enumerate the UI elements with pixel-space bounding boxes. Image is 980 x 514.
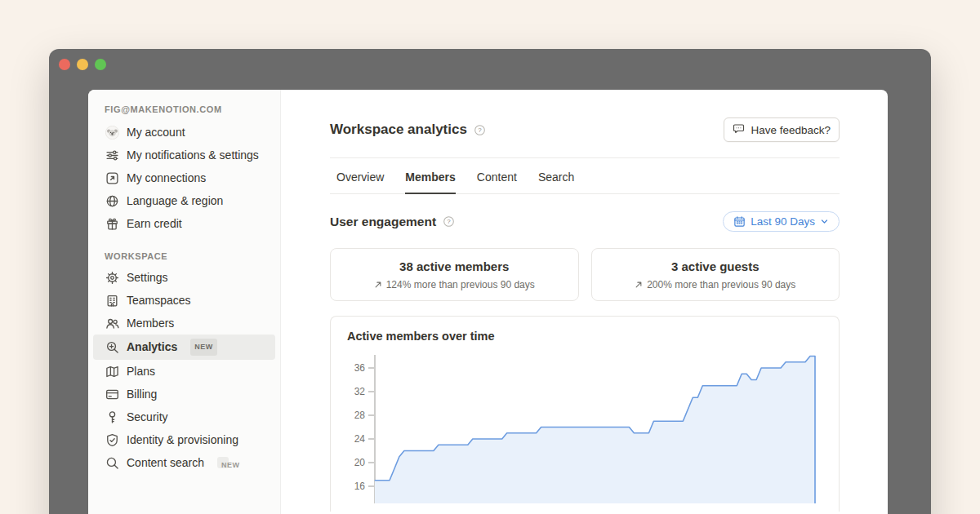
sidebar-item-label: Billing xyxy=(127,388,157,401)
stat-card-38-active-members: 38 active members124% more than previous… xyxy=(330,248,579,301)
sidebar-item-plans[interactable]: Plans xyxy=(93,360,275,383)
svg-text:?: ? xyxy=(447,218,451,225)
sidebar-item-my-account[interactable]: My account xyxy=(93,121,275,144)
sliders-icon xyxy=(105,148,119,162)
tab-members[interactable]: Members xyxy=(405,171,455,194)
sidebar-item-content-search[interactable]: Content searchNEW xyxy=(93,451,275,474)
new-badge: NEW xyxy=(190,339,217,356)
members-chart-card: Active members over time 162024283236 xyxy=(330,316,840,512)
feedback-button-label: Have feedback? xyxy=(751,124,831,136)
analytics-tabs: OverviewMembersContentSearch xyxy=(330,158,840,194)
date-range-label: Last 90 Days xyxy=(751,215,815,228)
building-icon xyxy=(105,293,119,308)
sidebar-item-label: Settings xyxy=(127,271,168,285)
tab-overview[interactable]: Overview xyxy=(336,171,384,194)
section-title: User engagement xyxy=(330,215,436,229)
stat-cards: 38 active members124% more than previous… xyxy=(330,248,840,301)
svg-text:32: 32 xyxy=(354,386,366,397)
gift-icon xyxy=(105,216,119,231)
sidebar-item-label: Security xyxy=(127,410,168,424)
sidebar-item-billing[interactable]: Billing xyxy=(93,383,275,405)
stat-value: 3 active guests xyxy=(600,259,831,273)
tab-content[interactable]: Content xyxy=(477,171,517,194)
sidebar-item-members[interactable]: Members xyxy=(93,312,275,335)
svg-text:24: 24 xyxy=(354,433,366,445)
trend-up-icon xyxy=(374,281,382,289)
stat-value: 38 active members xyxy=(339,259,570,273)
svg-text:36: 36 xyxy=(354,362,366,374)
stat-delta-text: 200% more than previous 90 days xyxy=(647,279,795,290)
zoom-window-button[interactable] xyxy=(95,59,106,70)
card-icon xyxy=(105,387,119,401)
key-icon xyxy=(105,410,119,424)
chart-title: Active members over time xyxy=(331,317,839,343)
sidebar-item-my-connections[interactable]: My connections xyxy=(93,166,275,189)
sidebar-item-label: Content search xyxy=(127,456,204,470)
account-email: FIG@MAKENOTION.COM xyxy=(88,93,280,121)
map-icon xyxy=(105,364,119,379)
magnifier-icon xyxy=(105,455,119,470)
workspace-nav: SettingsTeamspacesMembersAnalyticsNEWPla… xyxy=(88,266,280,474)
sidebar-item-label: Plans xyxy=(127,365,155,379)
page-title: Workspace analytics xyxy=(330,122,467,138)
sidebar-item-language-region[interactable]: Language & region xyxy=(93,189,275,212)
stat-delta-text: 124% more than previous 90 days xyxy=(386,279,535,290)
shield-check-icon xyxy=(105,432,119,447)
sidebar-item-my-notifications-settings[interactable]: My notifications & settings xyxy=(93,144,275,166)
workspace-heading: WORKSPACE xyxy=(88,235,280,266)
arrow-square-icon xyxy=(105,171,119,185)
svg-text:16: 16 xyxy=(354,481,366,492)
app-window: FIG@MAKENOTION.COM My accountMy notifica… xyxy=(49,49,931,514)
minimize-window-button[interactable] xyxy=(77,59,88,70)
trend-up-icon xyxy=(635,281,643,289)
calendar-icon xyxy=(733,215,746,228)
svg-text:20: 20 xyxy=(354,457,366,468)
chat-bubble-icon xyxy=(733,122,745,137)
date-range-button[interactable]: Last 90 Days xyxy=(723,211,840,232)
settings-sidebar: FIG@MAKENOTION.COM My accountMy notifica… xyxy=(88,90,281,514)
help-icon[interactable]: ? xyxy=(474,124,486,136)
sidebar-item-label: Teamspaces xyxy=(127,294,191,308)
page-header: Workspace analytics ? Have feedback? xyxy=(330,90,840,142)
svg-text:?: ? xyxy=(478,126,482,134)
people-icon xyxy=(105,316,119,330)
sidebar-item-teamspaces[interactable]: Teamspaces xyxy=(93,289,275,312)
close-window-button[interactable] xyxy=(59,59,70,70)
gear-icon xyxy=(105,270,119,285)
stat-delta: 200% more than previous 90 days xyxy=(600,279,831,290)
help-icon[interactable]: ? xyxy=(443,215,455,228)
sidebar-item-settings[interactable]: Settings xyxy=(93,266,275,289)
stat-delta: 124% more than previous 90 days xyxy=(339,279,570,290)
sidebar-item-security[interactable]: Security xyxy=(93,405,275,428)
koala-avatar-icon xyxy=(105,125,119,140)
sidebar-item-label: Analytics xyxy=(127,340,177,354)
new-badge: NEW xyxy=(217,457,229,468)
svg-text:28: 28 xyxy=(354,410,366,421)
sidebar-item-label: My connections xyxy=(127,171,206,185)
stat-card-3-active-guests: 3 active guests200% more than previous 9… xyxy=(591,248,840,301)
members-chart: 162024283236 xyxy=(331,348,839,503)
account-nav: My accountMy notifications & settingsMy … xyxy=(88,121,280,235)
sidebar-item-label: My notifications & settings xyxy=(127,148,259,162)
sidebar-item-label: Identity & provisioning xyxy=(127,433,238,447)
sidebar-item-label: Earn credit xyxy=(127,217,182,231)
tab-search[interactable]: Search xyxy=(538,171,574,194)
sidebar-item-earn-credit[interactable]: Earn credit xyxy=(93,212,275,235)
sidebar-item-identity-provisioning[interactable]: Identity & provisioning xyxy=(93,428,275,451)
engagement-header: User engagement ? Last 90 Days xyxy=(330,211,840,232)
feedback-button[interactable]: Have feedback? xyxy=(724,117,840,142)
sidebar-item-label: Members xyxy=(127,317,174,330)
magnifier-plus-icon xyxy=(105,340,119,355)
settings-modal: FIG@MAKENOTION.COM My accountMy notifica… xyxy=(88,90,888,514)
sidebar-item-label: Language & region xyxy=(127,194,223,208)
sidebar-item-analytics[interactable]: AnalyticsNEW xyxy=(93,335,275,360)
analytics-panel: Workspace analytics ? Have feedback? Ove… xyxy=(281,90,888,514)
sidebar-item-label: My account xyxy=(127,126,185,140)
traffic-lights xyxy=(59,59,106,70)
chevron-down-icon xyxy=(820,217,829,226)
globe-icon xyxy=(105,193,119,208)
